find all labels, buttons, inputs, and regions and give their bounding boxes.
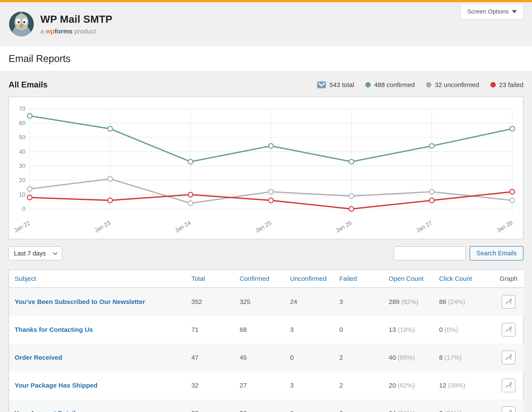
email-subject-link[interactable]: You’ve Been Subscribed to Our Newsletter: [15, 298, 145, 305]
cell-confirmed: 325: [240, 288, 290, 316]
svg-text:Jan 23: Jan 23: [93, 219, 112, 234]
emails-line-chart: 010203040506070Jan 22Jan 23Jan 24Jan 25J…: [12, 100, 520, 238]
table-controls: Last 7 days Search Emails: [9, 246, 523, 260]
table-row: You’ve Been Subscribed to Our Newsletter…: [9, 288, 524, 316]
row-graph-button[interactable]: [502, 406, 515, 412]
cell-click-count: 8 (29%): [439, 399, 497, 412]
wpforms-brand-wp: wp: [46, 28, 55, 35]
cell-open-count: 289 (82%): [389, 288, 439, 316]
column-sort-unconfirmed[interactable]: Unconfirmed: [290, 275, 326, 282]
row-graph-button[interactable]: [502, 379, 515, 392]
mini-line-chart-icon: [505, 382, 513, 389]
column-sort-confirmed[interactable]: Confirmed: [240, 275, 269, 282]
cell-open-count: 24 (86%): [389, 399, 439, 412]
email-reports-table: SubjectTotalConfirmedUnconfirmedFailedOp…: [9, 270, 524, 412]
column-label-graph: Graph: [500, 275, 517, 282]
cell-unconfirmed: 0: [290, 344, 339, 372]
cell-open-count: 40 (85%): [389, 344, 439, 372]
legend-item: 32 unconfirmed: [426, 81, 479, 89]
legend-dot-icon: [490, 82, 496, 87]
row-graph-button[interactable]: [502, 351, 515, 364]
row-graph-button[interactable]: [502, 323, 515, 337]
column-sort-open[interactable]: Open Count: [389, 275, 423, 282]
cell-click-count: 86 (24%): [439, 288, 497, 316]
svg-text:50: 50: [19, 134, 25, 141]
email-reports-table-card: SubjectTotalConfirmedUnconfirmedFailedOp…: [9, 269, 523, 412]
column-sort-subject[interactable]: Subject: [15, 275, 36, 282]
app-title: WP Mail SMTP: [40, 13, 112, 25]
section-title: All Emails: [9, 80, 48, 89]
content-area: All Emails 543 total488 confirmed32 unco…: [0, 71, 532, 412]
mini-line-chart-icon: [505, 298, 513, 306]
legend-item: 488 confirmed: [365, 81, 415, 89]
table-row: Thanks for Contacting Us 71 68 3 0 13 (1…: [9, 316, 524, 344]
svg-text:30: 30: [19, 163, 25, 169]
cell-total: 71: [191, 316, 240, 344]
cell-failed: 2: [339, 372, 389, 399]
app-byline: a wpforms product: [40, 28, 112, 35]
page-title: Email Reports: [9, 53, 523, 64]
svg-text:Jan 26: Jan 26: [334, 219, 353, 234]
byline-suffix: product: [74, 28, 96, 35]
cell-confirmed: 68: [240, 316, 290, 344]
date-range-select[interactable]: Last 7 days: [9, 247, 62, 260]
cell-failed: 0: [339, 399, 389, 412]
search-input[interactable]: [394, 247, 466, 260]
screen-options-button[interactable]: Screen Options: [461, 4, 523, 19]
mini-line-chart-icon: [505, 326, 513, 334]
chart-card: 010203040506070Jan 22Jan 23Jan 24Jan 25J…: [9, 97, 523, 239]
svg-text:60: 60: [19, 120, 25, 126]
legend-label: 32 unconfirmed: [435, 81, 479, 89]
legend-item: 543 total: [317, 81, 354, 89]
search-emails-button[interactable]: Search Emails: [470, 246, 523, 260]
cell-total: 47: [191, 344, 240, 372]
table-row: Your Package Has Shipped 32 27 3 2 20 (6…: [9, 372, 524, 399]
byline-prefix: a: [40, 28, 44, 35]
cell-unconfirmed: 3: [290, 372, 339, 399]
search-group: Search Emails: [394, 246, 523, 260]
email-subject-link[interactable]: Order Received: [15, 354, 62, 361]
svg-text:Jan 27: Jan 27: [415, 219, 433, 234]
cell-total: 28: [191, 399, 240, 412]
envelope-icon: [317, 81, 326, 89]
legend-label: 488 confirmed: [374, 81, 415, 89]
svg-text:70: 70: [19, 105, 25, 112]
legend: 543 total488 confirmed32 unconfirmed23 f…: [317, 81, 523, 89]
date-range-select-wrap: Last 7 days: [9, 247, 62, 260]
cell-unconfirmed: 2: [290, 399, 339, 412]
cell-unconfirmed: 24: [290, 288, 339, 316]
section-head: All Emails 543 total488 confirmed32 unco…: [9, 80, 523, 89]
cell-confirmed: 27: [240, 372, 290, 399]
svg-text:Jan 22: Jan 22: [13, 219, 31, 234]
admin-top-bar: [0, 0, 532, 2]
svg-text:Jan 24: Jan 24: [173, 219, 192, 234]
svg-text:10: 10: [19, 191, 25, 198]
table-body: You’ve Been Subscribed to Our Newsletter…: [9, 288, 524, 412]
column-sort-click[interactable]: Click Count: [439, 275, 472, 282]
cell-total: 352: [191, 288, 240, 316]
column-sort-total[interactable]: Total: [191, 275, 205, 282]
legend-label: 23 failed: [499, 81, 523, 89]
cell-confirmed: 26: [240, 399, 290, 412]
cell-click-count: 8 (17%): [439, 344, 497, 372]
wpforms-brand-forms: forms: [55, 28, 73, 35]
cell-confirmed: 45: [240, 344, 290, 372]
cell-failed: 3: [339, 288, 389, 316]
legend-item: 23 failed: [490, 81, 523, 89]
svg-text:0: 0: [22, 206, 25, 212]
email-subject-link[interactable]: Thanks for Contacting Us: [15, 326, 93, 333]
table-row: Your Account Details 28 26 2 0 24 (86%) …: [9, 399, 524, 412]
cell-click-count: 0 (0%): [439, 316, 497, 344]
row-graph-button[interactable]: [502, 295, 515, 309]
svg-text:20: 20: [19, 177, 25, 183]
legend-dot-icon: [426, 82, 431, 87]
column-sort-failed[interactable]: Failed: [339, 275, 357, 282]
email-subject-link[interactable]: Your Package Has Shipped: [15, 382, 97, 389]
cell-click-count: 12 (38%): [439, 372, 497, 399]
email-subject-link[interactable]: Your Account Details: [15, 410, 79, 412]
cell-total: 32: [191, 372, 240, 399]
cell-open-count: 20 (62%): [389, 372, 439, 399]
legend-dot-icon: [365, 82, 371, 87]
app-title-block: WP Mail SMTP a wpforms product: [40, 13, 112, 35]
cell-failed: 0: [339, 316, 389, 344]
